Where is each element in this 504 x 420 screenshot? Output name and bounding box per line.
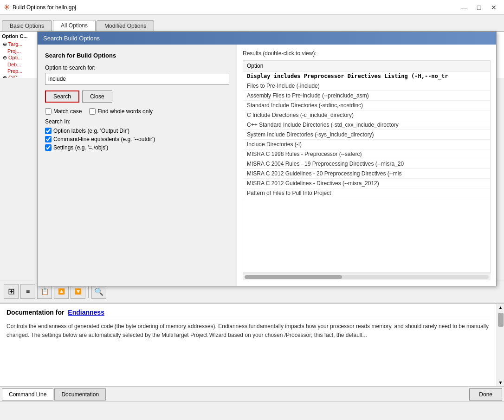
tree-item-prep[interactable]: Prep... bbox=[2, 68, 37, 74]
search-left-panel: Search for Build Options Option to searc… bbox=[38, 45, 237, 286]
find-whole-words-checkbox[interactable]: Find whole words only bbox=[89, 108, 153, 115]
doc-title-text: Documentation for bbox=[6, 309, 64, 316]
option-labels-text: Option labels (e.g. 'Output Dir') bbox=[53, 128, 129, 134]
search-in-options: Option labels (e.g. 'Output Dir') Comman… bbox=[45, 128, 229, 151]
result-item[interactable]: MISRA C 2012 Guidelines - 20 Preprocessi… bbox=[243, 169, 490, 179]
build-toolbar-btn[interactable]: ⊞ bbox=[4, 284, 19, 299]
window-controls: — □ ✕ bbox=[458, 2, 500, 13]
settings-text: Settings (e.g. '=./objs') bbox=[53, 144, 108, 151]
match-case-input[interactable] bbox=[45, 108, 52, 115]
cmdline-text: Command-line equivalents (e.g. '--outdir… bbox=[53, 136, 155, 142]
tree-item-cc[interactable]: C/C-... bbox=[2, 74, 37, 78]
search-in-settings[interactable]: Settings (e.g. '=./objs') bbox=[45, 144, 229, 151]
search-buttons: Search Close bbox=[45, 90, 229, 103]
tab-modified-options[interactable]: Modified Options bbox=[97, 20, 154, 31]
search-label: Option to search for: bbox=[45, 65, 229, 71]
search-in-option-labels[interactable]: Option labels (e.g. 'Output Dir') bbox=[45, 128, 229, 134]
result-item[interactable]: Display includes Preprocessor Directives… bbox=[243, 71, 490, 81]
options-toolbar-btn[interactable]: ≡ bbox=[20, 284, 35, 299]
scroll-down-arrow[interactable]: ▼ bbox=[498, 379, 504, 386]
search-right-panel: Results (double-click to view): Option D… bbox=[237, 45, 496, 286]
tree-item-targ[interactable]: Targ... bbox=[2, 41, 37, 48]
bottom-tabs: Command Line Documentation Done bbox=[0, 387, 504, 401]
doc-panel: Documentation for Endianness Controls th… bbox=[0, 303, 504, 387]
close-button[interactable]: ✕ bbox=[487, 2, 500, 13]
result-item[interactable]: MISRA C 2004 Rules - 19 Preprocessing Di… bbox=[243, 159, 490, 169]
settings-checkbox[interactable] bbox=[45, 144, 52, 151]
result-item[interactable]: Assembly Files to Pre-Include (--preincl… bbox=[243, 91, 490, 101]
add-icon: 🔼 bbox=[58, 288, 65, 295]
tab-bar: Basic Options All Options Modified Optio… bbox=[0, 15, 504, 32]
results-list[interactable]: Option Display includes Preprocessor Dir… bbox=[243, 60, 491, 273]
hscroll-thumb bbox=[245, 275, 342, 279]
tree-item-proj[interactable]: Proj... bbox=[2, 48, 37, 54]
remove-icon: 🔽 bbox=[75, 288, 82, 295]
doc-scrollbar[interactable]: ▲ ▼ bbox=[497, 304, 504, 386]
tree-item-opti[interactable]: Opti... bbox=[2, 54, 37, 61]
maximize-button[interactable]: □ bbox=[472, 2, 485, 13]
search-button[interactable]: Search bbox=[45, 90, 79, 103]
minimize-button[interactable]: — bbox=[458, 2, 471, 13]
search-form-group: Option to search for: bbox=[45, 65, 229, 85]
tree-item-deb[interactable]: Deb... bbox=[2, 61, 37, 68]
scroll-thumb bbox=[498, 313, 504, 327]
results-title: Results (double-click to view): bbox=[243, 50, 491, 57]
status-bar bbox=[0, 401, 504, 420]
close-button[interactable]: Close bbox=[82, 90, 112, 103]
result-item[interactable]: Include Directories (-I) bbox=[243, 140, 490, 149]
result-item[interactable]: Pattern of Files to Pull Into Project bbox=[243, 188, 490, 198]
match-case-label: Match case bbox=[53, 108, 82, 115]
doc-text: Controls the endianness of generated cod… bbox=[6, 322, 490, 340]
result-item[interactable]: System Include Directories (-sys_include… bbox=[243, 130, 490, 140]
checkbox-row: Match case Find whole words only bbox=[45, 108, 229, 115]
result-item[interactable]: MISRA C 2012 Guidelines - Directives (--… bbox=[243, 179, 490, 188]
match-case-checkbox[interactable]: Match case bbox=[45, 108, 82, 115]
search-dialog: Search Build Options Search for Build Op… bbox=[37, 32, 497, 286]
search-input[interactable] bbox=[45, 73, 229, 85]
find-whole-words-input[interactable] bbox=[89, 108, 96, 115]
search-dialog-title: Search Build Options bbox=[38, 32, 496, 45]
tab-command-line[interactable]: Command Line bbox=[2, 388, 53, 401]
doc-link[interactable]: Endianness bbox=[68, 309, 104, 316]
results-hscroll[interactable] bbox=[243, 273, 491, 280]
build-icon: ⊞ bbox=[8, 286, 15, 297]
result-item[interactable]: C Include Directories (-c_include_direct… bbox=[243, 110, 490, 120]
done-button[interactable]: Done bbox=[469, 388, 502, 401]
result-item[interactable]: C++ Standard Include Directories (-std_c… bbox=[243, 120, 490, 130]
search-in-label: Search In: bbox=[45, 118, 229, 125]
option-labels-checkbox[interactable] bbox=[45, 128, 52, 134]
toolbar-separator bbox=[88, 285, 89, 298]
doc-title: Documentation for Endianness bbox=[6, 309, 490, 319]
left-tree-panel: Option C... Targ... Proj... Opti... Deb.… bbox=[0, 32, 39, 78]
tab-all-options[interactable]: All Options bbox=[53, 20, 96, 31]
search-dialog-body: Search for Build Options Option to searc… bbox=[38, 45, 496, 286]
app-logo: ✳ bbox=[4, 3, 10, 12]
cmdline-checkbox[interactable] bbox=[45, 136, 52, 142]
find-icon: 🔍 bbox=[94, 287, 103, 296]
doc-content: Documentation for Endianness Controls th… bbox=[0, 304, 497, 386]
result-item[interactable]: Files to Pre-Include (-include) bbox=[243, 81, 490, 91]
window-title: Build Options for hello.gpj bbox=[13, 4, 76, 11]
result-item[interactable]: MISRA C 1998 Rules - Preprocessor (--saf… bbox=[243, 149, 490, 159]
scroll-up-arrow[interactable]: ▲ bbox=[498, 304, 504, 311]
search-in-cmdline[interactable]: Command-line equivalents (e.g. '--outdir… bbox=[45, 136, 229, 142]
results-column-header: Option bbox=[243, 61, 490, 71]
options-icon: ≡ bbox=[26, 288, 30, 295]
title-bar: ✳ Build Options for hello.gpj — □ ✕ bbox=[0, 0, 504, 15]
result-item[interactable]: Standard Include Directories (-stdinc,-n… bbox=[243, 101, 490, 110]
copy-icon: 📋 bbox=[41, 288, 49, 295]
tab-documentation[interactable]: Documentation bbox=[54, 388, 106, 401]
hscroll-track bbox=[245, 275, 489, 279]
tab-basic-options[interactable]: Basic Options bbox=[2, 20, 52, 31]
find-whole-words-label: Find whole words only bbox=[97, 108, 153, 115]
tree-header: Option C... bbox=[2, 33, 37, 39]
search-heading: Search for Build Options bbox=[45, 52, 229, 59]
